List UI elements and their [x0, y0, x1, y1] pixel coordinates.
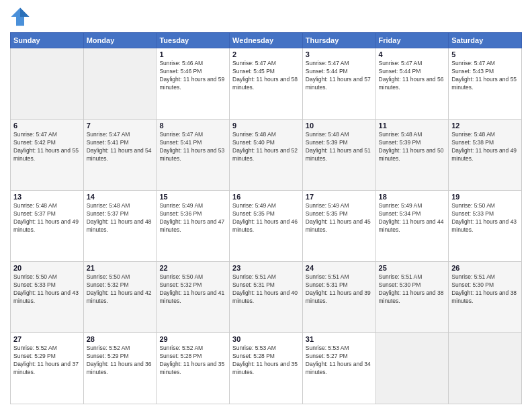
day-number: 21: [87, 264, 154, 272]
day-number: 22: [159, 264, 226, 272]
day-number: 13: [13, 193, 81, 201]
calendar-cell: 21 Sunrise: 5:50 AMSunset: 5:32 PMDaylig…: [83, 262, 157, 333]
calendar-cell: 10 Sunrise: 5:48 AMSunset: 5:39 PMDaylig…: [302, 120, 375, 191]
calendar-cell: [83, 48, 157, 120]
day-info: Sunrise: 5:49 AMSunset: 5:34 PMDaylight:…: [379, 202, 446, 234]
calendar-cell: 18 Sunrise: 5:49 AMSunset: 5:34 PMDaylig…: [375, 191, 449, 262]
calendar-cell: 29 Sunrise: 5:52 AMSunset: 5:28 PMDaylig…: [157, 333, 230, 404]
day-info: Sunrise: 5:52 AMSunset: 5:29 PMDaylight:…: [13, 345, 81, 377]
calendar-cell: 13 Sunrise: 5:48 AMSunset: 5:37 PMDaylig…: [11, 191, 84, 262]
day-number: 7: [87, 122, 154, 130]
calendar-cell: 19 Sunrise: 5:50 AMSunset: 5:33 PMDaylig…: [449, 191, 522, 262]
calendar-cell: 9 Sunrise: 5:48 AMSunset: 5:40 PMDayligh…: [230, 120, 303, 191]
col-thursday: Thursday: [302, 33, 375, 48]
day-number: 25: [379, 264, 446, 272]
day-info: Sunrise: 5:50 AMSunset: 5:32 PMDaylight:…: [87, 273, 154, 306]
calendar-cell: [375, 333, 449, 404]
day-number: 2: [232, 50, 300, 58]
calendar-cell: 22 Sunrise: 5:50 AMSunset: 5:32 PMDaylig…: [157, 262, 230, 333]
day-info: Sunrise: 5:47 AMSunset: 5:44 PMDaylight:…: [379, 60, 446, 92]
calendar-cell: 25 Sunrise: 5:51 AMSunset: 5:30 PMDaylig…: [375, 262, 449, 333]
logo-icon: [10, 7, 30, 27]
day-number: 15: [159, 193, 226, 201]
day-number: 23: [232, 264, 300, 272]
day-number: 20: [13, 264, 81, 272]
day-number: 3: [306, 50, 373, 58]
day-info: Sunrise: 5:48 AMSunset: 5:40 PMDaylight:…: [232, 131, 300, 163]
calendar-cell: 17 Sunrise: 5:49 AMSunset: 5:35 PMDaylig…: [302, 191, 375, 262]
day-number: 8: [159, 122, 226, 130]
day-info: Sunrise: 5:47 AMSunset: 5:41 PMDaylight:…: [87, 131, 154, 163]
calendar-cell: 1 Sunrise: 5:46 AMSunset: 5:46 PMDayligh…: [157, 48, 230, 120]
calendar-cell: 2 Sunrise: 5:47 AMSunset: 5:45 PMDayligh…: [230, 48, 303, 120]
calendar-cell: 11 Sunrise: 5:48 AMSunset: 5:39 PMDaylig…: [375, 120, 449, 191]
day-info: Sunrise: 5:47 AMSunset: 5:43 PMDaylight:…: [451, 60, 519, 92]
day-number: 24: [306, 264, 373, 272]
calendar-cell: 26 Sunrise: 5:51 AMSunset: 5:30 PMDaylig…: [449, 262, 522, 333]
calendar-cell: 6 Sunrise: 5:47 AMSunset: 5:42 PMDayligh…: [11, 120, 84, 191]
calendar-cell: 27 Sunrise: 5:52 AMSunset: 5:29 PMDaylig…: [11, 333, 84, 404]
calendar-cell: 31 Sunrise: 5:53 AMSunset: 5:27 PMDaylig…: [302, 333, 375, 404]
calendar-cell: 15 Sunrise: 5:49 AMSunset: 5:36 PMDaylig…: [157, 191, 230, 262]
day-info: Sunrise: 5:48 AMSunset: 5:39 PMDaylight:…: [306, 131, 373, 163]
day-info: Sunrise: 5:52 AMSunset: 5:28 PMDaylight:…: [159, 345, 226, 377]
day-number: 4: [379, 50, 446, 58]
calendar-table: Sunday Monday Tuesday Wednesday Thursday…: [10, 32, 522, 404]
col-tuesday: Tuesday: [157, 33, 230, 48]
week-row-5: 27 Sunrise: 5:52 AMSunset: 5:29 PMDaylig…: [11, 333, 522, 404]
day-info: Sunrise: 5:51 AMSunset: 5:30 PMDaylight:…: [451, 273, 519, 306]
week-row-4: 20 Sunrise: 5:50 AMSunset: 5:33 PMDaylig…: [11, 262, 522, 333]
day-number: 6: [13, 122, 81, 130]
day-number: 9: [232, 122, 300, 130]
calendar-cell: 4 Sunrise: 5:47 AMSunset: 5:44 PMDayligh…: [375, 48, 449, 120]
calendar-cell: 8 Sunrise: 5:47 AMSunset: 5:41 PMDayligh…: [157, 120, 230, 191]
day-number: 14: [87, 193, 154, 201]
day-number: 16: [232, 193, 300, 201]
calendar-cell: 23 Sunrise: 5:51 AMSunset: 5:31 PMDaylig…: [230, 262, 303, 333]
day-number: 29: [159, 335, 226, 343]
calendar-cell: 5 Sunrise: 5:47 AMSunset: 5:43 PMDayligh…: [449, 48, 522, 120]
calendar-cell: 28 Sunrise: 5:52 AMSunset: 5:29 PMDaylig…: [83, 333, 157, 404]
day-info: Sunrise: 5:47 AMSunset: 5:41 PMDaylight:…: [159, 131, 226, 163]
calendar-cell: 3 Sunrise: 5:47 AMSunset: 5:44 PMDayligh…: [302, 48, 375, 120]
calendar-cell: [11, 48, 84, 120]
col-saturday: Saturday: [449, 33, 522, 48]
day-info: Sunrise: 5:48 AMSunset: 5:37 PMDaylight:…: [87, 202, 154, 234]
svg-marker-1: [20, 8, 30, 17]
calendar-cell: 30 Sunrise: 5:53 AMSunset: 5:28 PMDaylig…: [230, 333, 303, 404]
calendar-cell: 20 Sunrise: 5:50 AMSunset: 5:33 PMDaylig…: [11, 262, 84, 333]
day-number: 5: [451, 50, 519, 58]
col-friday: Friday: [375, 33, 449, 48]
day-number: 1: [159, 50, 226, 58]
day-info: Sunrise: 5:50 AMSunset: 5:33 PMDaylight:…: [13, 273, 81, 306]
day-info: Sunrise: 5:47 AMSunset: 5:42 PMDaylight:…: [13, 131, 81, 163]
calendar-cell: 12 Sunrise: 5:48 AMSunset: 5:38 PMDaylig…: [449, 120, 522, 191]
day-info: Sunrise: 5:49 AMSunset: 5:36 PMDaylight:…: [159, 202, 226, 234]
day-number: 19: [451, 193, 519, 201]
week-row-2: 6 Sunrise: 5:47 AMSunset: 5:42 PMDayligh…: [11, 120, 522, 191]
day-info: Sunrise: 5:47 AMSunset: 5:45 PMDaylight:…: [232, 60, 300, 92]
day-info: Sunrise: 5:53 AMSunset: 5:28 PMDaylight:…: [232, 345, 300, 377]
calendar-cell: 24 Sunrise: 5:51 AMSunset: 5:31 PMDaylig…: [302, 262, 375, 333]
day-number: 30: [232, 335, 300, 343]
calendar-cell: 16 Sunrise: 5:49 AMSunset: 5:35 PMDaylig…: [230, 191, 303, 262]
day-number: 31: [306, 335, 373, 343]
day-info: Sunrise: 5:52 AMSunset: 5:29 PMDaylight:…: [87, 345, 154, 377]
day-info: Sunrise: 5:50 AMSunset: 5:33 PMDaylight:…: [451, 202, 519, 234]
day-number: 12: [451, 122, 519, 130]
day-number: 10: [306, 122, 373, 130]
day-info: Sunrise: 5:48 AMSunset: 5:39 PMDaylight:…: [379, 131, 446, 163]
day-info: Sunrise: 5:50 AMSunset: 5:32 PMDaylight:…: [159, 273, 226, 306]
day-info: Sunrise: 5:48 AMSunset: 5:38 PMDaylight:…: [451, 131, 519, 163]
col-monday: Monday: [83, 33, 157, 48]
day-info: Sunrise: 5:53 AMSunset: 5:27 PMDaylight:…: [306, 345, 373, 377]
day-number: 28: [87, 335, 154, 343]
week-row-3: 13 Sunrise: 5:48 AMSunset: 5:37 PMDaylig…: [11, 191, 522, 262]
col-sunday: Sunday: [11, 33, 84, 48]
day-info: Sunrise: 5:49 AMSunset: 5:35 PMDaylight:…: [232, 202, 300, 234]
calendar-cell: 7 Sunrise: 5:47 AMSunset: 5:41 PMDayligh…: [83, 120, 157, 191]
day-number: 11: [379, 122, 446, 130]
col-wednesday: Wednesday: [230, 33, 303, 48]
day-info: Sunrise: 5:51 AMSunset: 5:31 PMDaylight:…: [232, 273, 300, 306]
day-number: 26: [451, 264, 519, 272]
